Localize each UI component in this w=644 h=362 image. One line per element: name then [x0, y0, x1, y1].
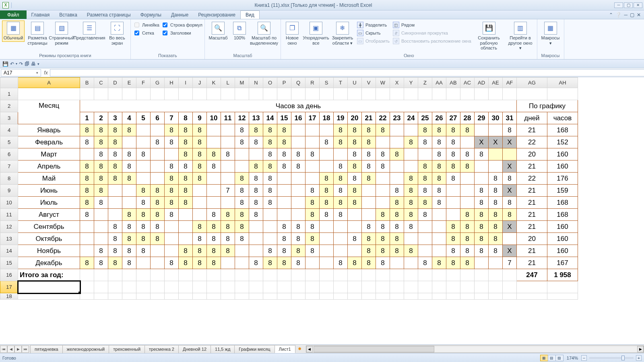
cell[interactable] — [334, 269, 348, 281]
cell[interactable] — [221, 88, 235, 100]
cell[interactable] — [404, 269, 418, 281]
cell[interactable] — [277, 197, 291, 209]
cell[interactable]: 9 — [193, 112, 207, 124]
help-icon[interactable]: ❔ — [615, 12, 621, 18]
cell[interactable]: 8 — [432, 257, 446, 269]
cell[interactable]: 8 — [179, 160, 193, 173]
cell[interactable] — [94, 209, 108, 221]
cell[interactable]: 8 — [193, 233, 207, 245]
cell[interactable] — [320, 148, 334, 160]
cell[interactable]: Октябрь — [18, 233, 80, 245]
cell[interactable] — [460, 269, 475, 281]
cell[interactable]: 8 — [475, 185, 489, 197]
cell[interactable]: 1 958 — [547, 269, 578, 281]
cell[interactable] — [446, 185, 460, 197]
cell[interactable]: 8 — [446, 173, 460, 185]
cell[interactable]: Итого за год: — [18, 269, 80, 281]
cell[interactable]: 8 — [460, 221, 475, 233]
cell[interactable] — [376, 88, 390, 100]
cell[interactable]: 8 — [404, 209, 418, 221]
column-header[interactable]: O — [263, 78, 277, 88]
cell[interactable] — [460, 185, 475, 197]
cell[interactable] — [249, 148, 263, 160]
cell[interactable]: 8 — [94, 257, 108, 269]
cell[interactable]: 8 — [221, 233, 235, 245]
column-header[interactable]: Z — [418, 78, 432, 88]
cell[interactable] — [334, 293, 348, 300]
cell[interactable] — [235, 269, 249, 281]
cell[interactable]: 8 — [108, 148, 122, 160]
cell[interactable]: 8 — [207, 245, 221, 257]
cell[interactable] — [390, 124, 404, 136]
cell[interactable]: 8 — [165, 173, 179, 185]
cell[interactable]: 8 — [503, 209, 517, 221]
cell[interactable] — [136, 269, 151, 281]
cell[interactable] — [136, 124, 151, 136]
cell[interactable] — [193, 281, 207, 293]
cell[interactable]: 8 — [151, 209, 165, 221]
sheet-tab[interactable]: Лист1 — [275, 345, 295, 353]
cell[interactable]: 21 — [517, 197, 547, 209]
cell[interactable]: 159 — [547, 185, 578, 197]
cell[interactable] — [221, 160, 235, 173]
cell[interactable]: 8 — [446, 233, 460, 245]
cell[interactable]: 8 — [179, 136, 193, 148]
cell[interactable] — [179, 209, 193, 221]
print-preview-icon[interactable]: 🗐 — [25, 61, 29, 67]
cell[interactable] — [80, 148, 94, 160]
cell[interactable] — [136, 293, 151, 300]
cell[interactable]: 8 — [207, 209, 221, 221]
cell[interactable] — [249, 233, 263, 245]
cell[interactable] — [362, 197, 376, 209]
cell[interactable] — [80, 88, 94, 100]
cell[interactable]: 8 — [80, 173, 94, 185]
column-header[interactable]: A — [18, 78, 80, 88]
cell[interactable] — [489, 293, 503, 300]
cell[interactable] — [432, 233, 446, 245]
cell[interactable]: Часов за день — [80, 100, 517, 112]
column-header[interactable]: Q — [291, 78, 305, 88]
cell[interactable] — [291, 173, 305, 185]
cell[interactable]: Сентябрь — [18, 221, 80, 233]
cell[interactable] — [489, 148, 503, 160]
full-screen-button[interactable]: ⛶Во весь экран — [106, 21, 128, 47]
cell[interactable] — [165, 245, 179, 257]
cell[interactable] — [179, 293, 193, 300]
cell[interactable]: 8 — [207, 160, 221, 173]
custom-views-button[interactable]: ☰Представления — [74, 21, 104, 42]
cell[interactable]: 8 — [489, 197, 503, 209]
cell[interactable]: 8 — [348, 160, 362, 173]
cell[interactable]: 8 — [263, 245, 277, 257]
cell[interactable] — [193, 88, 207, 100]
undo-icon[interactable]: ↶ — [10, 61, 14, 67]
cell[interactable]: 8 — [334, 257, 348, 269]
cell[interactable]: 10 — [207, 112, 221, 124]
cell[interactable]: 8 — [376, 221, 390, 233]
cell[interactable]: 8 — [376, 245, 390, 257]
column-header[interactable]: I — [179, 78, 193, 88]
cell[interactable] — [221, 124, 235, 136]
cell[interactable] — [362, 293, 376, 300]
cell[interactable]: 8 — [348, 233, 362, 245]
cell[interactable] — [432, 269, 446, 281]
cell[interactable] — [151, 245, 165, 257]
cell[interactable] — [475, 173, 489, 185]
cell[interactable] — [235, 148, 249, 160]
cell[interactable] — [517, 281, 547, 293]
cell[interactable]: 8 — [362, 221, 376, 233]
cell[interactable]: X — [503, 185, 517, 197]
cell[interactable] — [179, 269, 193, 281]
cell[interactable]: 8 — [320, 173, 334, 185]
cell[interactable] — [418, 88, 432, 100]
column-header[interactable]: AH — [547, 78, 578, 88]
cell[interactable]: 8 — [404, 245, 418, 257]
cell[interactable] — [432, 209, 446, 221]
column-header[interactable]: H — [165, 78, 179, 88]
cell[interactable]: 8 — [418, 197, 432, 209]
cell[interactable]: 28 — [460, 112, 475, 124]
cell[interactable] — [235, 257, 249, 269]
cell[interactable]: 8 — [277, 160, 291, 173]
cell[interactable]: 8 — [432, 148, 446, 160]
cell[interactable]: 8 — [277, 136, 291, 148]
cell[interactable]: 8 — [235, 185, 249, 197]
